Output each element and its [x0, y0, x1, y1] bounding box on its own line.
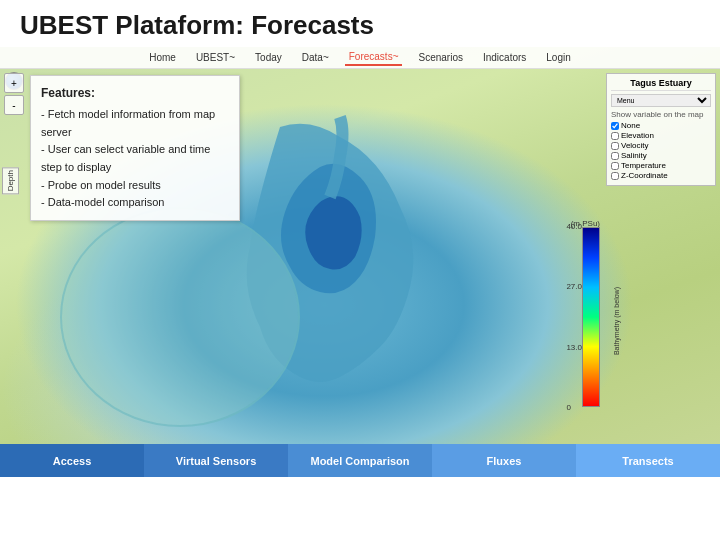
map-container: Home UBEST~ Today Data~ Forecasts~ Scena… [0, 47, 720, 477]
tab-access[interactable]: Access [0, 444, 144, 477]
checkbox-zcoord-input[interactable] [611, 172, 619, 180]
checkbox-none-input[interactable] [611, 122, 619, 130]
checkbox-salinity-input[interactable] [611, 152, 619, 160]
color-bar-val-2: 13.0 [566, 343, 582, 352]
nav-indicators[interactable]: Indicators [479, 50, 530, 65]
checkbox-temperature-input[interactable] [611, 162, 619, 170]
color-bar-vertical-label: Bathymetry (m below) [613, 287, 620, 355]
right-panel: Tagus Estuary Menu Show variable on the … [606, 73, 716, 186]
bottom-tabs: Access Virtual Sensors Model Comparison … [0, 444, 720, 477]
checkbox-velocity: Velocity [611, 141, 711, 150]
features-box: Features: - Fetch model information from… [30, 75, 240, 221]
feature-item-2: - User can select variable and time step… [41, 141, 229, 176]
color-bar-labels: 40.0 27.0 13.0 0 [566, 222, 582, 412]
features-title: Features: [41, 84, 229, 103]
color-bar [582, 227, 600, 407]
checkbox-temperature: Temperature [611, 161, 711, 170]
page-title: UBEST Plataform: Forecasts [20, 10, 374, 40]
checkbox-elevation-input[interactable] [611, 132, 619, 140]
nav-ubest[interactable]: UBEST~ [192, 50, 239, 65]
tab-virtual-sensors[interactable]: Virtual Sensors [144, 444, 288, 477]
feature-item-3: - Probe on model results [41, 177, 229, 195]
show-variable-label: Show variable on the map [611, 110, 711, 119]
zoom-out-button[interactable]: - [4, 95, 24, 115]
color-bar-val-3: 0 [566, 403, 582, 412]
nav-today[interactable]: Today [251, 50, 286, 65]
nav-scenarios[interactable]: Scenarios [414, 50, 466, 65]
color-bar-val-0: 40.0 [566, 222, 582, 231]
circle-highlight [60, 207, 300, 427]
title-bar: UBEST Plataform: Forecasts [0, 0, 720, 47]
checkbox-elevation: Elevation [611, 131, 711, 140]
nav-home[interactable]: Home [145, 50, 180, 65]
nav-login[interactable]: Login [542, 50, 574, 65]
nav-data[interactable]: Data~ [298, 50, 333, 65]
color-bar-val-1: 27.0 [566, 282, 582, 291]
panel-dropdown[interactable]: Menu [611, 94, 711, 107]
feature-item-4: - Data-model comparison [41, 194, 229, 212]
zoom-in-button[interactable]: + [4, 73, 24, 93]
tab-transects[interactable]: Transects [576, 444, 720, 477]
nav-forecasts[interactable]: Forecasts~ [345, 49, 403, 66]
checkbox-zcoord: Z-Coordinate [611, 171, 711, 180]
map-left-controls: + - [4, 73, 26, 115]
depth-label: Depth [2, 167, 19, 194]
checkbox-none: None [611, 121, 711, 130]
panel-title: Tagus Estuary [611, 78, 711, 91]
checkbox-velocity-input[interactable] [611, 142, 619, 150]
feature-item-1: - Fetch model information from map serve… [41, 106, 229, 141]
map-nav-bar: Home UBEST~ Today Data~ Forecasts~ Scena… [0, 47, 720, 69]
checkbox-salinity: Salinity [611, 151, 711, 160]
tab-fluxes[interactable]: Fluxes [432, 444, 576, 477]
tab-model-comparison[interactable]: Model Comparison [288, 444, 432, 477]
